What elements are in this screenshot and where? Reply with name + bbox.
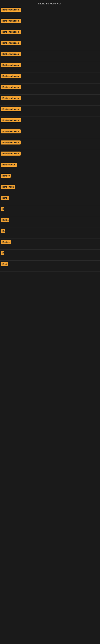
bottleneck-result-badge[interactable]: Bottleneck resu: [1, 140, 21, 144]
results-list: Bottleneck resulBottleneck resulBottlene…: [0, 6, 100, 272]
badge-container: Bottleneck: [1, 185, 15, 190]
bottleneck-result-badge[interactable]: Bottleneck resul: [1, 85, 21, 89]
badge-container: Bottle: [1, 196, 9, 201]
result-row-4: Bottleneck resul: [0, 39, 100, 50]
bottleneck-result-badge[interactable]: Bottleneck resul: [1, 63, 21, 67]
bottleneck-result-badge[interactable]: Bottleneck resul: [1, 19, 21, 23]
badge-container: Bottleneck resul: [1, 107, 21, 112]
badge-container: Bottleneck r: [1, 162, 17, 168]
badge-container: Bottlen: [1, 174, 11, 178]
result-row-23: B: [0, 250, 100, 260]
bottleneck-result-badge[interactable]: Bottleneck resul: [1, 74, 21, 78]
bottleneck-result-badge[interactable]: Bottle: [1, 218, 9, 222]
site-header: TheBottlenecker.com: [0, 0, 100, 6]
result-row-13: Bottleneck resu: [0, 139, 100, 150]
badge-container: Bottleneck resul: [1, 74, 21, 79]
bottleneck-result-badge[interactable]: B: [1, 207, 4, 211]
bottleneck-result-badge[interactable]: Bottleneck resul: [1, 107, 21, 111]
badge-container: Bottleneck resul: [1, 118, 21, 123]
result-row-16: Bottlen: [0, 172, 100, 183]
bottleneck-result-badge[interactable]: Bottl: [1, 262, 8, 266]
bottleneck-result-badge[interactable]: Bottlen: [1, 240, 11, 244]
result-row-22: Bottlen: [0, 238, 100, 250]
badge-container: Bottleneck resul: [1, 30, 21, 34]
bottleneck-result-badge[interactable]: Bottleneck resul: [1, 52, 21, 56]
bottleneck-result-badge[interactable]: Bottleneck resul: [1, 96, 21, 100]
bottleneck-result-badge[interactable]: Bottleneck: [1, 185, 15, 189]
result-row-15: Bottleneck r: [0, 161, 100, 172]
result-row-6: Bottleneck resul: [0, 62, 100, 72]
bottleneck-result-badge[interactable]: Bottleneck resul: [1, 41, 21, 45]
badge-container: Bottleneck resul: [1, 19, 21, 24]
badge-container: B: [1, 207, 4, 212]
result-row-8: Bottleneck resul: [0, 84, 100, 94]
result-row-9: Bottleneck resul: [0, 94, 100, 106]
badge-container: Bottleneck resul: [1, 63, 21, 68]
badge-container: Bot: [1, 229, 5, 234]
badge-container: Bottleneck resul: [1, 85, 21, 90]
bottleneck-result-badge[interactable]: Bottlen: [1, 174, 11, 178]
result-row-3: Bottleneck resul: [0, 28, 100, 39]
badge-container: B: [1, 251, 4, 256]
result-row-21: Bot: [0, 228, 100, 238]
bottleneck-result-badge[interactable]: Bot: [1, 229, 5, 233]
result-row-24: Bottl: [0, 260, 100, 272]
result-row-17: Bottleneck: [0, 183, 100, 194]
bottleneck-result-badge[interactable]: Bottleneck resul: [1, 30, 21, 34]
result-row-1: Bottleneck resul: [0, 6, 100, 17]
bottleneck-result-badge[interactable]: Bottleneck resul: [1, 8, 21, 12]
badge-container: Bottleneck resu: [1, 130, 21, 134]
bottleneck-result-badge[interactable]: Bottleneck resul: [1, 118, 21, 122]
badge-container: Bottleneck resul: [1, 41, 21, 46]
badge-container: Bottle: [1, 218, 9, 223]
result-row-19: B: [0, 205, 100, 216]
badge-container: Bottleneck resul: [1, 8, 21, 12]
result-row-12: Bottleneck resu: [0, 128, 100, 139]
badge-container: Bottleneck resul: [1, 96, 21, 101]
result-row-11: Bottleneck resul: [0, 117, 100, 128]
bottleneck-result-badge[interactable]: Bottleneck resu: [1, 152, 21, 156]
result-row-10: Bottleneck resul: [0, 106, 100, 117]
bottleneck-result-badge[interactable]: B: [1, 251, 4, 255]
bottleneck-result-badge[interactable]: Bottleneck resu: [1, 130, 21, 134]
result-row-18: Bottle: [0, 194, 100, 205]
result-row-5: Bottleneck resul: [0, 50, 100, 62]
badge-container: Bottleneck resul: [1, 52, 21, 57]
bottleneck-result-badge[interactable]: Bottle: [1, 196, 9, 200]
badge-container: Bottleneck resu: [1, 140, 21, 145]
page-wrapper: TheBottlenecker.com Bottleneck resulBott…: [0, 0, 100, 272]
result-row-2: Bottleneck resul: [0, 17, 100, 28]
result-row-14: Bottleneck resu: [0, 150, 100, 161]
result-row-7: Bottleneck resul: [0, 72, 100, 84]
result-row-20: Bottle: [0, 216, 100, 228]
badge-container: Bottleneck resu: [1, 152, 21, 156]
site-title: TheBottlenecker.com: [38, 2, 62, 5]
badge-container: Bottlen: [1, 240, 11, 245]
badge-container: Bottl: [1, 262, 8, 267]
bottleneck-result-badge[interactable]: Bottleneck r: [1, 162, 17, 167]
